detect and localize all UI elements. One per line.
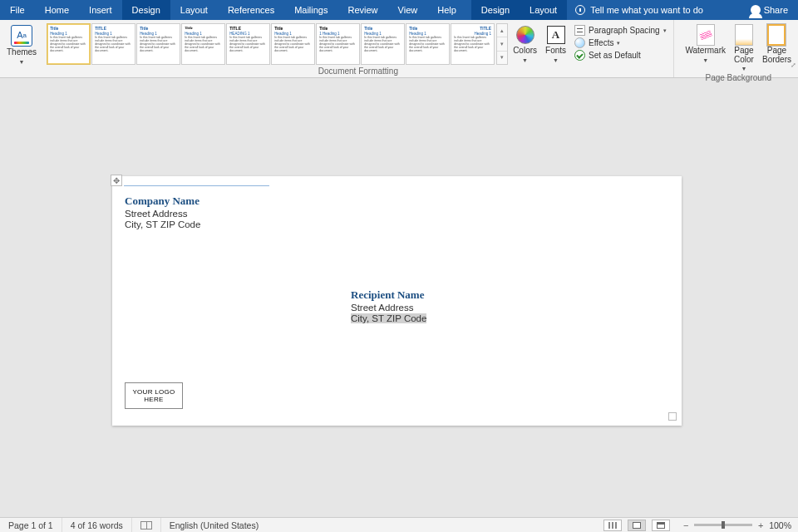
- logo-placeholder[interactable]: YOUR LOGOHERE: [125, 382, 183, 409]
- style-set-item[interactable]: TITLEHEADING 1In this Insert tab galleri…: [226, 23, 270, 65]
- page-borders-icon: [767, 24, 786, 46]
- page-borders-label: PageBorders: [762, 47, 791, 64]
- tab-insert[interactable]: Insert: [79, 0, 122, 20]
- page-color-label: PageColor: [734, 47, 754, 64]
- page-color-button[interactable]: PageColor ▼: [731, 23, 757, 73]
- style-set-item[interactable]: TitleHeading 1In this Insert tab galleri…: [406, 23, 450, 65]
- style-set-item[interactable]: TitleHeading 1In this Insert tab galleri…: [361, 23, 405, 65]
- style-set-item[interactable]: TitleHeading 1In this Insert tab galleri…: [271, 23, 315, 65]
- paragraph-spacing-label: Paragraph Spacing: [589, 26, 660, 35]
- fonts-label: Fonts: [545, 47, 566, 56]
- scroll-down-icon[interactable]: ▾: [497, 37, 507, 51]
- scroll-up-icon[interactable]: ▴: [497, 24, 507, 37]
- colors-icon: [516, 26, 534, 44]
- paragraph-spacing-button[interactable]: Paragraph Spacing▾: [574, 25, 667, 36]
- zoom-out-button[interactable]: −: [681, 520, 691, 530]
- chevron-down-icon: ▼: [702, 57, 708, 63]
- style-set-item[interactable]: TITLEHeading 1In this Insert tab galleri…: [91, 23, 135, 65]
- zoom-in-button[interactable]: +: [756, 520, 766, 530]
- effects-icon: [574, 37, 585, 48]
- paragraph-spacing-icon: [574, 25, 585, 36]
- recipient-addr2[interactable]: City, ST ZIP Code: [351, 313, 426, 323]
- colors-button[interactable]: Colors ▼: [510, 23, 540, 65]
- style-set-item[interactable]: Title1 Heading 1In this Insert tab galle…: [316, 23, 360, 65]
- gallery-more-icon[interactable]: ▾: [497, 52, 507, 64]
- tab-design[interactable]: Design: [122, 0, 170, 20]
- document-canvas[interactable]: ✥ Company Name Street Address City, ST Z…: [0, 78, 798, 517]
- themes-button[interactable]: Aa Themes ▼: [3, 23, 40, 66]
- ribbon: Aa Themes ▼ TitleHeading 1In this Insert…: [0, 20, 798, 78]
- status-page[interactable]: Page 1 of 1: [0, 518, 62, 532]
- watermark-label: Watermark: [685, 47, 726, 56]
- themes-label: Themes: [7, 48, 37, 57]
- status-proofing[interactable]: [132, 518, 161, 532]
- chevron-down-icon: ▼: [553, 57, 559, 63]
- zoom-slider[interactable]: [694, 524, 752, 526]
- selection-line: [124, 185, 269, 186]
- collapse-ribbon-icon[interactable]: ⤢: [791, 62, 796, 69]
- view-web-layout[interactable]: [652, 520, 670, 531]
- status-bar: Page 1 of 1 4 of 16 words English (Unite…: [0, 517, 798, 532]
- book-icon: [140, 521, 152, 530]
- tell-me-label: Tell me what you want to do: [590, 5, 703, 15]
- tab-help[interactable]: Help: [427, 0, 466, 20]
- group-label-doc-formatting: Document Formatting: [43, 66, 673, 77]
- logo-line1: YOUR LOGO: [132, 388, 175, 396]
- page-borders-button[interactable]: PageBorders: [759, 23, 795, 66]
- view-print-layout[interactable]: [628, 520, 646, 531]
- sender-block[interactable]: Company Name Street Address City, ST ZIP…: [125, 195, 200, 229]
- tell-me-search[interactable]: Tell me what you want to do: [567, 0, 712, 20]
- check-icon: [574, 50, 585, 61]
- style-set-item[interactable]: TitleHeading 1In this Insert tab galleri…: [181, 23, 225, 65]
- style-set-item[interactable]: TitleHeading 1In this Insert tab galleri…: [136, 23, 180, 65]
- tab-layout[interactable]: Layout: [170, 0, 218, 20]
- themes-icon: Aa: [11, 25, 32, 47]
- status-words[interactable]: 4 of 16 words: [62, 518, 132, 532]
- chevron-down-icon: ▼: [19, 59, 25, 65]
- envelope-page[interactable]: ✥ Company Name Street Address City, ST Z…: [112, 176, 682, 426]
- sender-addr1[interactable]: Street Address: [125, 209, 200, 219]
- share-button[interactable]: Share: [741, 0, 798, 20]
- status-language[interactable]: English (United States): [161, 518, 267, 532]
- style-set-item[interactable]: TitleHeading 1In this Insert tab galleri…: [47, 23, 91, 65]
- effects-label: Effects: [589, 38, 613, 47]
- tab-contextual-design[interactable]: Design: [471, 0, 520, 20]
- table-move-handle[interactable]: ✥: [111, 175, 122, 186]
- style-set-item[interactable]: TITLEHeading 1In this Insert tab galleri…: [451, 23, 495, 65]
- sender-name[interactable]: Company Name: [125, 195, 200, 208]
- view-read-mode[interactable]: [603, 520, 622, 531]
- colors-label: Colors: [513, 47, 537, 56]
- tab-references[interactable]: References: [218, 0, 284, 20]
- zoom-level[interactable]: 100%: [769, 520, 791, 530]
- watermark-button[interactable]: Watermark ▼: [682, 23, 729, 65]
- ribbon-tabs: File Home Insert Design Layout Reference…: [0, 0, 798, 20]
- table-resize-handle[interactable]: [668, 412, 677, 421]
- lightbulb-icon: [575, 5, 585, 15]
- chevron-down-icon: ▼: [522, 57, 528, 63]
- logo-line2: HERE: [144, 396, 163, 403]
- view-buttons: [599, 518, 674, 532]
- tab-view[interactable]: View: [388, 0, 428, 20]
- person-icon: [751, 5, 761, 15]
- set-as-default-button[interactable]: Set as Default: [574, 50, 667, 61]
- gallery-scroll[interactable]: ▴ ▾ ▾: [496, 23, 508, 65]
- page-color-icon: [735, 24, 753, 46]
- sender-addr2[interactable]: City, ST ZIP Code: [125, 219, 200, 229]
- tab-contextual-layout[interactable]: Layout: [520, 0, 567, 20]
- recipient-block[interactable]: Recipient Name Street Address City, ST Z…: [351, 288, 426, 323]
- tab-home[interactable]: Home: [35, 0, 79, 20]
- tab-review[interactable]: Review: [338, 0, 388, 20]
- fonts-button[interactable]: A Fonts ▼: [542, 23, 569, 65]
- effects-button[interactable]: Effects▾: [574, 37, 667, 48]
- share-label: Share: [764, 5, 788, 15]
- zoom-thumb[interactable]: [722, 521, 725, 529]
- zoom-control: − + 100%: [674, 520, 798, 530]
- style-set-gallery[interactable]: TitleHeading 1In this Insert tab galleri…: [47, 23, 495, 65]
- recipient-addr1[interactable]: Street Address: [351, 303, 426, 313]
- recipient-name[interactable]: Recipient Name: [351, 288, 426, 302]
- tab-mailings[interactable]: Mailings: [284, 0, 337, 20]
- chevron-down-icon: ▼: [741, 66, 747, 71]
- tab-file[interactable]: File: [0, 0, 35, 20]
- fonts-icon: A: [547, 26, 565, 44]
- set-default-label: Set as Default: [589, 51, 641, 60]
